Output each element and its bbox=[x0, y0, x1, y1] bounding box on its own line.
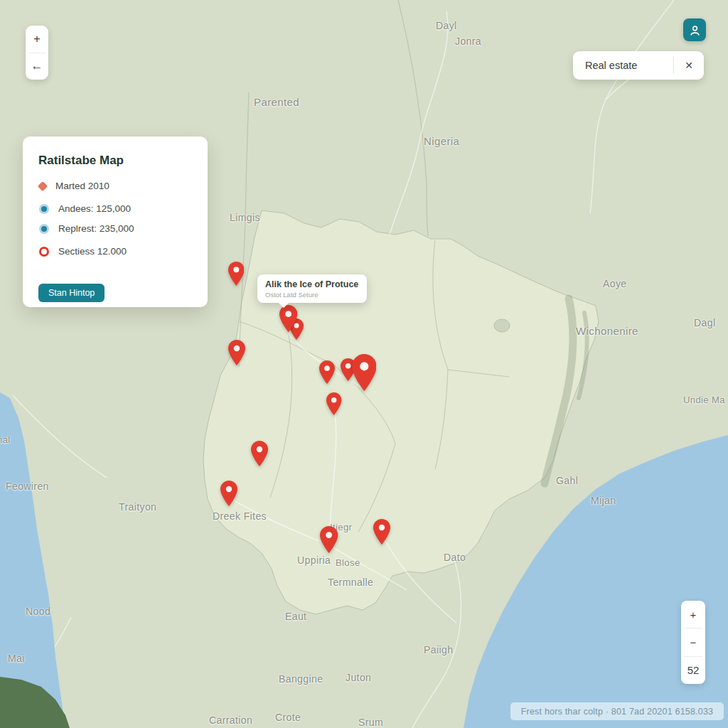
panel-action-button[interactable]: Stan Hintop bbox=[38, 284, 105, 302]
legend-item: Sectiess 12.000 bbox=[39, 246, 208, 257]
user-button[interactable] bbox=[683, 18, 706, 41]
legend-label: Andees: 125,000 bbox=[58, 203, 131, 214]
map-canvas[interactable]: DaylJonraParentedNigeriaLimgisAoyeWichon… bbox=[0, 0, 728, 728]
ring-icon bbox=[39, 247, 49, 257]
legend-item: Replrest: 235,000 bbox=[39, 223, 208, 234]
bottomright-controls: + − 52 bbox=[681, 601, 705, 684]
legend-label: Sectiess 12.000 bbox=[58, 246, 127, 257]
attribution: Frest hors thar coltp · 801 7ad 20201 61… bbox=[510, 702, 724, 720]
zoom-in-button[interactable]: + bbox=[26, 26, 48, 53]
legend-label: Marted 2010 bbox=[55, 181, 109, 191]
map-pin[interactable] bbox=[326, 392, 341, 415]
map-pin[interactable] bbox=[279, 305, 297, 332]
map-pin[interactable] bbox=[220, 481, 237, 506]
map-pin[interactable] bbox=[319, 360, 335, 384]
diamond-icon bbox=[38, 181, 48, 191]
map-pin[interactable] bbox=[320, 526, 338, 553]
zoom-level: 52 bbox=[681, 657, 705, 684]
zoom-out-button[interactable]: − bbox=[681, 628, 705, 655]
search-close-button[interactable]: ✕ bbox=[674, 51, 704, 80]
map-pin[interactable] bbox=[228, 340, 245, 365]
tooltip-title: Alik the Ice of Protuce bbox=[265, 279, 358, 289]
search-input[interactable] bbox=[573, 60, 673, 71]
map-pin[interactable] bbox=[251, 441, 268, 466]
map-pin[interactable] bbox=[352, 354, 377, 391]
circle-icon bbox=[39, 224, 49, 234]
map-tooltip: Alik the Ice of Protuce Ostot Latd Setur… bbox=[257, 274, 367, 303]
panel-title: Ratilstabe Map bbox=[38, 154, 192, 168]
map-pin-layer bbox=[0, 0, 728, 728]
map-pin[interactable] bbox=[373, 519, 390, 545]
topleft-controls: + ← bbox=[26, 26, 48, 80]
search-box: ✕ bbox=[573, 51, 704, 80]
legend-item: Andees: 125,000 bbox=[39, 203, 208, 214]
legend-label: Replrest: 235,000 bbox=[58, 223, 134, 234]
circle-icon bbox=[39, 204, 49, 214]
tooltip-subtitle: Ostot Latd Seture bbox=[265, 291, 358, 299]
legend-item: Marted 2010 bbox=[39, 181, 208, 191]
map-pin[interactable] bbox=[228, 262, 245, 286]
user-icon bbox=[689, 24, 701, 36]
back-arrow-button[interactable]: ← bbox=[26, 53, 48, 80]
legend-panel: Ratilstabe Map Marted 2010 Andees: 125,0… bbox=[23, 136, 208, 307]
zoom-in-button[interactable]: + bbox=[681, 601, 705, 628]
